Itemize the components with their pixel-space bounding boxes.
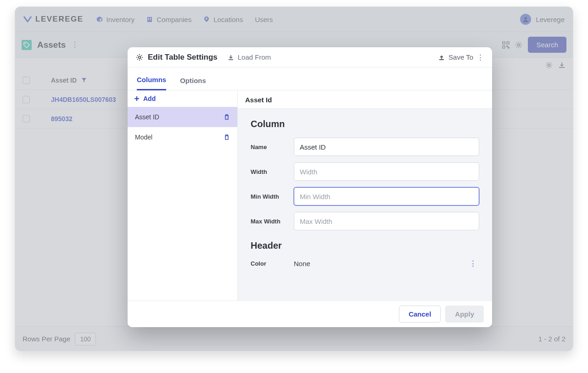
download-icon bbox=[228, 54, 234, 61]
name-input[interactable] bbox=[294, 138, 479, 156]
minwidth-label: Min Width bbox=[251, 193, 286, 200]
field-minwidth: Min Width bbox=[251, 187, 479, 206]
modal-footer: Cancel Apply bbox=[128, 301, 492, 327]
trash-icon[interactable] bbox=[224, 114, 230, 120]
add-column-button[interactable]: Add bbox=[128, 90, 237, 107]
edit-table-settings-modal: Edit Table Settings Load From Save To ⋮ … bbox=[128, 47, 492, 327]
plus-icon bbox=[134, 96, 140, 101]
tab-options[interactable]: Options bbox=[180, 77, 206, 90]
load-from-button[interactable]: Load From bbox=[228, 53, 271, 61]
maxwidth-label: Max Width bbox=[251, 218, 286, 225]
upload-icon bbox=[438, 54, 445, 61]
svg-point-15 bbox=[139, 56, 141, 58]
field-name: Name bbox=[251, 138, 479, 156]
field-width: Width bbox=[251, 162, 479, 181]
modal-body: Add Asset ID Model Asset Id bbox=[128, 90, 492, 301]
add-label: Add bbox=[143, 95, 156, 102]
column-item-label: Asset ID bbox=[135, 113, 159, 121]
section-column-title: Column bbox=[251, 119, 479, 129]
save-to-more-icon[interactable]: ⋮ bbox=[477, 53, 484, 61]
column-editor: Asset Id Column Name Width Min Width bbox=[238, 90, 492, 301]
tab-columns[interactable]: Columns bbox=[137, 76, 166, 90]
save-to-button[interactable]: Save To ⋮ bbox=[438, 53, 484, 61]
color-label: Color bbox=[251, 260, 286, 267]
minwidth-input[interactable] bbox=[294, 187, 479, 206]
apply-button[interactable]: Apply bbox=[445, 306, 484, 323]
load-from-label: Load From bbox=[238, 53, 271, 61]
width-label: Width bbox=[251, 168, 286, 175]
maxwidth-input[interactable] bbox=[294, 212, 479, 230]
save-to-label: Save To bbox=[448, 53, 473, 61]
modal-tabs: Columns Options bbox=[128, 67, 492, 90]
modal-title: Edit Table Settings bbox=[148, 53, 218, 62]
column-item-label: Model bbox=[135, 134, 152, 141]
columns-sidebar: Add Asset ID Model bbox=[128, 90, 238, 301]
editor-scroll[interactable]: Column Name Width Min Width Max Wid bbox=[238, 109, 492, 301]
color-value: None bbox=[294, 260, 310, 267]
app-frame: LEVEREGE Inventory Companies Locations bbox=[15, 6, 573, 351]
column-item-model[interactable]: Model bbox=[128, 127, 237, 147]
modal-header: Edit Table Settings Load From Save To ⋮ bbox=[128, 47, 492, 67]
editor-title: Asset Id bbox=[238, 90, 492, 109]
color-more-icon[interactable]: ⋮ bbox=[470, 259, 476, 267]
cancoutology-button[interactable]: Cancel bbox=[399, 306, 441, 323]
gear-icon bbox=[136, 54, 143, 61]
field-color: Color None ⋮ bbox=[251, 259, 479, 267]
field-maxwidth: Max Width bbox=[251, 212, 479, 230]
section-header-title: Header bbox=[251, 240, 479, 251]
trash-icon[interactable] bbox=[224, 134, 230, 140]
width-input[interactable] bbox=[294, 162, 479, 181]
name-label: Name bbox=[251, 144, 286, 150]
column-item-assetid[interactable]: Asset ID bbox=[128, 107, 237, 127]
